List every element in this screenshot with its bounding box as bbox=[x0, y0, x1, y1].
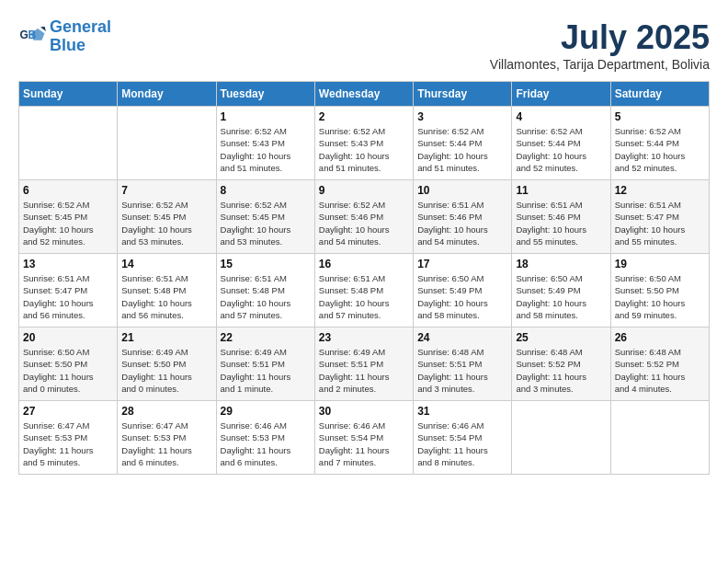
calendar-cell: 22Sunrise: 6:49 AM Sunset: 5:51 PM Dayli… bbox=[216, 327, 314, 401]
day-number: 26 bbox=[615, 331, 705, 344]
day-number: 16 bbox=[319, 258, 409, 270]
day-detail: Sunrise: 6:51 AM Sunset: 5:46 PM Dayligh… bbox=[516, 199, 606, 247]
day-detail: Sunrise: 6:49 AM Sunset: 5:51 PM Dayligh… bbox=[319, 346, 409, 395]
calendar-cell bbox=[19, 107, 118, 180]
calendar-cell: 18Sunrise: 6:50 AM Sunset: 5:49 PM Dayli… bbox=[512, 254, 610, 327]
day-number: 29 bbox=[221, 405, 311, 418]
day-detail: Sunrise: 6:52 AM Sunset: 5:44 PM Dayligh… bbox=[516, 125, 606, 174]
day-number: 23 bbox=[319, 331, 409, 344]
day-number: 3 bbox=[417, 110, 507, 123]
calendar-cell: 21Sunrise: 6:49 AM Sunset: 5:50 PM Dayli… bbox=[118, 327, 216, 401]
calendar-cell: 26Sunrise: 6:48 AM Sunset: 5:52 PM Dayli… bbox=[610, 327, 709, 401]
calendar-cell: 3Sunrise: 6:52 AM Sunset: 5:44 PM Daylig… bbox=[414, 107, 512, 180]
calendar-week-row: 20Sunrise: 6:50 AM Sunset: 5:50 PM Dayli… bbox=[19, 327, 710, 401]
day-detail: Sunrise: 6:49 AM Sunset: 5:51 PM Dayligh… bbox=[221, 346, 311, 395]
location-subtitle: Villamontes, Tarija Department, Bolivia bbox=[490, 57, 710, 72]
weekday-header: Thursday bbox=[414, 82, 512, 107]
calendar-cell: 10Sunrise: 6:51 AM Sunset: 5:46 PM Dayli… bbox=[414, 180, 512, 254]
day-detail: Sunrise: 6:50 AM Sunset: 5:50 PM Dayligh… bbox=[615, 272, 705, 321]
weekday-header: Tuesday bbox=[216, 82, 314, 107]
day-number: 1 bbox=[221, 110, 311, 123]
calendar-cell: 7Sunrise: 6:52 AM Sunset: 5:45 PM Daylig… bbox=[118, 180, 216, 254]
day-number: 9 bbox=[319, 184, 409, 197]
day-detail: Sunrise: 6:46 AM Sunset: 5:54 PM Dayligh… bbox=[417, 419, 507, 468]
day-detail: Sunrise: 6:52 AM Sunset: 5:43 PM Dayligh… bbox=[319, 125, 409, 174]
calendar-cell: 16Sunrise: 6:51 AM Sunset: 5:48 PM Dayli… bbox=[314, 254, 413, 327]
day-number: 15 bbox=[221, 258, 311, 270]
calendar-cell: 5Sunrise: 6:52 AM Sunset: 5:44 PM Daylig… bbox=[610, 107, 709, 180]
day-detail: Sunrise: 6:48 AM Sunset: 5:51 PM Dayligh… bbox=[417, 346, 507, 395]
logo-text: General Blue bbox=[50, 18, 111, 55]
weekday-header: Wednesday bbox=[314, 82, 413, 107]
day-detail: Sunrise: 6:48 AM Sunset: 5:52 PM Dayligh… bbox=[615, 346, 705, 395]
day-number: 6 bbox=[23, 184, 113, 197]
day-number: 10 bbox=[417, 184, 507, 197]
calendar-cell: 30Sunrise: 6:46 AM Sunset: 5:54 PM Dayli… bbox=[314, 401, 413, 475]
day-detail: Sunrise: 6:46 AM Sunset: 5:53 PM Dayligh… bbox=[221, 419, 311, 468]
day-detail: Sunrise: 6:48 AM Sunset: 5:52 PM Dayligh… bbox=[516, 346, 606, 395]
calendar-cell bbox=[118, 107, 216, 180]
calendar-cell: 1Sunrise: 6:52 AM Sunset: 5:43 PM Daylig… bbox=[216, 107, 314, 180]
calendar-cell: 29Sunrise: 6:46 AM Sunset: 5:53 PM Dayli… bbox=[216, 401, 314, 475]
calendar-week-row: 27Sunrise: 6:47 AM Sunset: 5:53 PM Dayli… bbox=[19, 401, 710, 475]
calendar-cell: 19Sunrise: 6:50 AM Sunset: 5:50 PM Dayli… bbox=[610, 254, 709, 327]
weekday-header: Sunday bbox=[19, 82, 118, 107]
day-detail: Sunrise: 6:47 AM Sunset: 5:53 PM Dayligh… bbox=[23, 419, 113, 468]
day-detail: Sunrise: 6:51 AM Sunset: 5:46 PM Dayligh… bbox=[417, 199, 507, 247]
day-number: 8 bbox=[221, 184, 311, 197]
day-number: 4 bbox=[516, 110, 606, 123]
day-detail: Sunrise: 6:52 AM Sunset: 5:45 PM Dayligh… bbox=[121, 199, 211, 247]
calendar-cell: 28Sunrise: 6:47 AM Sunset: 5:53 PM Dayli… bbox=[118, 401, 216, 475]
day-number: 5 bbox=[615, 110, 705, 123]
day-detail: Sunrise: 6:47 AM Sunset: 5:53 PM Dayligh… bbox=[121, 419, 211, 468]
day-detail: Sunrise: 6:51 AM Sunset: 5:48 PM Dayligh… bbox=[319, 272, 409, 321]
calendar-cell: 2Sunrise: 6:52 AM Sunset: 5:43 PM Daylig… bbox=[314, 107, 413, 180]
svg-marker-3 bbox=[40, 27, 46, 31]
day-detail: Sunrise: 6:50 AM Sunset: 5:49 PM Dayligh… bbox=[417, 272, 507, 321]
weekday-header: Saturday bbox=[610, 82, 709, 107]
calendar-cell: 12Sunrise: 6:51 AM Sunset: 5:47 PM Dayli… bbox=[610, 180, 709, 254]
calendar-week-row: 1Sunrise: 6:52 AM Sunset: 5:43 PM Daylig… bbox=[19, 107, 710, 180]
calendar-cell: 13Sunrise: 6:51 AM Sunset: 5:47 PM Dayli… bbox=[19, 254, 118, 327]
calendar-cell bbox=[512, 401, 610, 475]
month-title: July 2025 bbox=[490, 18, 710, 57]
calendar-cell: 8Sunrise: 6:52 AM Sunset: 5:45 PM Daylig… bbox=[216, 180, 314, 254]
calendar-cell: 23Sunrise: 6:49 AM Sunset: 5:51 PM Dayli… bbox=[314, 327, 413, 401]
day-number: 13 bbox=[23, 258, 113, 270]
day-number: 25 bbox=[516, 331, 606, 344]
day-number: 11 bbox=[516, 184, 606, 197]
day-number: 21 bbox=[121, 331, 211, 344]
day-detail: Sunrise: 6:49 AM Sunset: 5:50 PM Dayligh… bbox=[121, 346, 211, 395]
day-number: 7 bbox=[121, 184, 211, 197]
svg-text:G: G bbox=[20, 28, 28, 40]
logo-icon: G B bbox=[18, 23, 46, 51]
day-detail: Sunrise: 6:51 AM Sunset: 5:48 PM Dayligh… bbox=[121, 272, 211, 321]
calendar-cell: 14Sunrise: 6:51 AM Sunset: 5:48 PM Dayli… bbox=[118, 254, 216, 327]
logo: G B General Blue bbox=[18, 18, 111, 55]
day-number: 12 bbox=[615, 184, 705, 197]
day-number: 22 bbox=[221, 331, 311, 344]
day-detail: Sunrise: 6:51 AM Sunset: 5:47 PM Dayligh… bbox=[23, 272, 113, 321]
day-number: 19 bbox=[615, 258, 705, 270]
page-header: G B General Blue July 2025 Villamontes, … bbox=[18, 18, 710, 72]
day-number: 30 bbox=[319, 405, 409, 418]
day-detail: Sunrise: 6:52 AM Sunset: 5:46 PM Dayligh… bbox=[319, 199, 409, 247]
day-number: 28 bbox=[121, 405, 211, 418]
day-detail: Sunrise: 6:50 AM Sunset: 5:50 PM Dayligh… bbox=[23, 346, 113, 395]
calendar-cell: 11Sunrise: 6:51 AM Sunset: 5:46 PM Dayli… bbox=[512, 180, 610, 254]
day-detail: Sunrise: 6:52 AM Sunset: 5:44 PM Dayligh… bbox=[615, 125, 705, 174]
weekday-header: Monday bbox=[118, 82, 216, 107]
day-detail: Sunrise: 6:51 AM Sunset: 5:48 PM Dayligh… bbox=[221, 272, 311, 321]
day-detail: Sunrise: 6:52 AM Sunset: 5:45 PM Dayligh… bbox=[23, 199, 113, 247]
day-detail: Sunrise: 6:52 AM Sunset: 5:44 PM Dayligh… bbox=[417, 125, 507, 174]
calendar-cell: 24Sunrise: 6:48 AM Sunset: 5:51 PM Dayli… bbox=[414, 327, 512, 401]
calendar-cell: 4Sunrise: 6:52 AM Sunset: 5:44 PM Daylig… bbox=[512, 107, 610, 180]
calendar-cell: 20Sunrise: 6:50 AM Sunset: 5:50 PM Dayli… bbox=[19, 327, 118, 401]
day-number: 24 bbox=[417, 331, 507, 344]
day-detail: Sunrise: 6:52 AM Sunset: 5:45 PM Dayligh… bbox=[221, 199, 311, 247]
calendar-cell: 17Sunrise: 6:50 AM Sunset: 5:49 PM Dayli… bbox=[414, 254, 512, 327]
day-number: 18 bbox=[516, 258, 606, 270]
calendar-cell: 25Sunrise: 6:48 AM Sunset: 5:52 PM Dayli… bbox=[512, 327, 610, 401]
day-number: 14 bbox=[121, 258, 211, 270]
day-number: 2 bbox=[319, 110, 409, 123]
